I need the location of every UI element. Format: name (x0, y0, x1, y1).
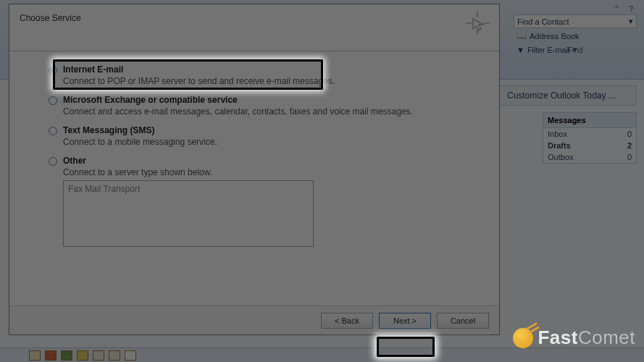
option-internet-email[interactable]: Internet E-mail Connect to POP or IMAP s… (47, 64, 489, 86)
radio-exchange[interactable] (49, 96, 57, 105)
contacts-icon[interactable] (61, 350, 72, 361)
messages-header: Messages (543, 113, 636, 128)
dialog-title: Choose Service (20, 12, 489, 23)
messages-row-inbox[interactable]: Inbox0 (543, 128, 636, 140)
back-button[interactable]: < Back (321, 313, 373, 329)
radio-other[interactable] (49, 157, 57, 166)
choose-service-dialog: Choose Service Internet E-mail Connect t… (9, 4, 500, 335)
mail-icon[interactable] (29, 350, 41, 361)
next-button[interactable]: Next > (379, 313, 431, 329)
option-other[interactable]: Other Connect to a server type shown bel… (47, 156, 489, 177)
find-contact-input[interactable]: Find a Contact ▾ (514, 14, 637, 28)
folder-icon[interactable] (109, 350, 120, 361)
option-desc: Connect to POP or IMAP server to send an… (63, 75, 489, 86)
nav-bar (0, 348, 644, 362)
fastcomet-watermark: FastComet (513, 327, 635, 349)
dialog-footer: < Back Next > Cancel (9, 306, 499, 334)
minimize-ribbon-icon[interactable]: ⌃ (611, 3, 622, 14)
list-item[interactable]: Fax Mail Transport (68, 184, 309, 194)
help-icon[interactable]: ? (625, 3, 637, 14)
option-exchange[interactable]: Microsoft Exchange or compatible service… (47, 95, 489, 117)
option-label: Text Messaging (SMS) (63, 125, 489, 135)
shortcuts-icon[interactable] (125, 350, 136, 361)
radio-internet-email[interactable] (49, 66, 57, 75)
customize-outlook-button[interactable]: Customize Outlook Today ... (499, 85, 637, 106)
cursor-decor-icon (463, 9, 492, 38)
dialog-header: Choose Service (9, 4, 499, 51)
option-desc: Connect to a server type shown below. (63, 166, 489, 177)
find-group-label: Find (514, 46, 637, 54)
option-sms[interactable]: Text Messaging (SMS) Connect to a mobile… (47, 125, 489, 147)
calendar-icon[interactable] (45, 350, 57, 361)
option-desc: Connect and access e-mail messages, cale… (63, 105, 489, 117)
other-server-listbox[interactable]: Fax Mail Transport (63, 180, 314, 247)
option-desc: Connect to a mobile messaging service. (63, 135, 489, 147)
dialog-body: Internet E-mail Connect to POP or IMAP s… (9, 51, 499, 250)
option-label: Internet E-mail (63, 64, 489, 75)
messages-row-outbox[interactable]: Outbox0 (543, 151, 636, 163)
address-book-button[interactable]: 📖 Address Book (514, 30, 637, 42)
tasks-icon[interactable] (77, 350, 88, 361)
messages-row-drafts[interactable]: Drafts2 (543, 140, 636, 151)
messages-panel: Messages Inbox0 Drafts2 Outbox0 (543, 112, 637, 164)
radio-sms[interactable] (49, 127, 57, 135)
notes-icon[interactable] (93, 350, 104, 361)
option-label: Microsoft Exchange or compatible service (63, 95, 489, 105)
cancel-button[interactable]: Cancel (437, 313, 489, 329)
comet-icon (513, 328, 533, 348)
option-label: Other (63, 156, 489, 166)
